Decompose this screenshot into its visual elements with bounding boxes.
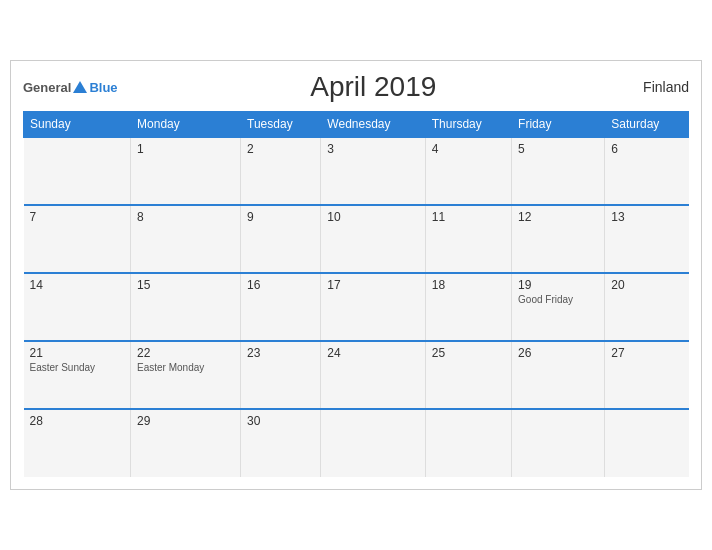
calendar-cell: 13 — [605, 205, 689, 273]
day-number: 5 — [518, 142, 598, 156]
calendar-cell: 6 — [605, 137, 689, 205]
col-sunday: Sunday — [24, 112, 131, 138]
country-label: Finland — [629, 79, 689, 95]
calendar-cell: 7 — [24, 205, 131, 273]
month-title: April 2019 — [118, 71, 629, 103]
calendar-cell: 22Easter Monday — [131, 341, 241, 409]
logo: General Blue — [23, 81, 118, 94]
day-number: 14 — [30, 278, 125, 292]
calendar-cell: 16 — [241, 273, 321, 341]
day-number: 17 — [327, 278, 418, 292]
calendar-cell — [321, 409, 425, 477]
calendar-cell: 11 — [425, 205, 511, 273]
calendar-cell: 23 — [241, 341, 321, 409]
calendar-cell: 19Good Friday — [512, 273, 605, 341]
calendar-cell: 3 — [321, 137, 425, 205]
calendar-cell: 8 — [131, 205, 241, 273]
col-thursday: Thursday — [425, 112, 511, 138]
calendar-week-row: 123456 — [24, 137, 689, 205]
col-tuesday: Tuesday — [241, 112, 321, 138]
calendar-week-row: 21Easter Sunday22Easter Monday2324252627 — [24, 341, 689, 409]
day-number: 7 — [30, 210, 125, 224]
calendar-cell: 9 — [241, 205, 321, 273]
day-number: 12 — [518, 210, 598, 224]
col-wednesday: Wednesday — [321, 112, 425, 138]
day-number: 22 — [137, 346, 234, 360]
calendar-cell: 24 — [321, 341, 425, 409]
holiday-label: Good Friday — [518, 294, 598, 305]
day-number: 15 — [137, 278, 234, 292]
calendar-cell: 25 — [425, 341, 511, 409]
calendar-table: Sunday Monday Tuesday Wednesday Thursday… — [23, 111, 689, 477]
holiday-label: Easter Monday — [137, 362, 234, 373]
calendar-cell: 5 — [512, 137, 605, 205]
day-number: 2 — [247, 142, 314, 156]
day-number: 11 — [432, 210, 505, 224]
logo-blue-text: Blue — [89, 81, 117, 94]
calendar-cell: 10 — [321, 205, 425, 273]
calendar-week-row: 282930 — [24, 409, 689, 477]
day-number: 27 — [611, 346, 682, 360]
calendar-cell: 29 — [131, 409, 241, 477]
calendar-cell: 4 — [425, 137, 511, 205]
calendar-cell: 27 — [605, 341, 689, 409]
calendar-cell — [425, 409, 511, 477]
day-number: 21 — [30, 346, 125, 360]
calendar-cell: 20 — [605, 273, 689, 341]
day-number: 8 — [137, 210, 234, 224]
day-number: 4 — [432, 142, 505, 156]
col-friday: Friday — [512, 112, 605, 138]
day-number: 19 — [518, 278, 598, 292]
col-monday: Monday — [131, 112, 241, 138]
calendar-cell: 14 — [24, 273, 131, 341]
day-number: 10 — [327, 210, 418, 224]
day-number: 16 — [247, 278, 314, 292]
day-number: 20 — [611, 278, 682, 292]
day-number: 1 — [137, 142, 234, 156]
calendar-cell — [605, 409, 689, 477]
calendar-cell: 28 — [24, 409, 131, 477]
logo-general-text: General — [23, 81, 71, 94]
calendar-header: General Blue April 2019 Finland — [23, 71, 689, 103]
holiday-label: Easter Sunday — [30, 362, 125, 373]
calendar-cell: 17 — [321, 273, 425, 341]
day-number: 9 — [247, 210, 314, 224]
calendar-cell: 18 — [425, 273, 511, 341]
calendar-cell: 12 — [512, 205, 605, 273]
calendar-cell: 15 — [131, 273, 241, 341]
day-number: 23 — [247, 346, 314, 360]
day-number: 24 — [327, 346, 418, 360]
calendar-cell — [512, 409, 605, 477]
calendar-wrapper: General Blue April 2019 Finland Sunday M… — [10, 60, 702, 490]
day-number: 26 — [518, 346, 598, 360]
day-number: 18 — [432, 278, 505, 292]
calendar-cell: 2 — [241, 137, 321, 205]
day-number: 30 — [247, 414, 314, 428]
calendar-cell: 1 — [131, 137, 241, 205]
day-number: 3 — [327, 142, 418, 156]
calendar-cell: 30 — [241, 409, 321, 477]
day-number: 29 — [137, 414, 234, 428]
col-saturday: Saturday — [605, 112, 689, 138]
calendar-week-row: 78910111213 — [24, 205, 689, 273]
calendar-cell: 26 — [512, 341, 605, 409]
day-number: 6 — [611, 142, 682, 156]
weekday-header-row: Sunday Monday Tuesday Wednesday Thursday… — [24, 112, 689, 138]
calendar-week-row: 141516171819Good Friday20 — [24, 273, 689, 341]
calendar-cell — [24, 137, 131, 205]
day-number: 25 — [432, 346, 505, 360]
logo-triangle-icon — [73, 81, 87, 93]
calendar-cell: 21Easter Sunday — [24, 341, 131, 409]
day-number: 28 — [30, 414, 125, 428]
day-number: 13 — [611, 210, 682, 224]
